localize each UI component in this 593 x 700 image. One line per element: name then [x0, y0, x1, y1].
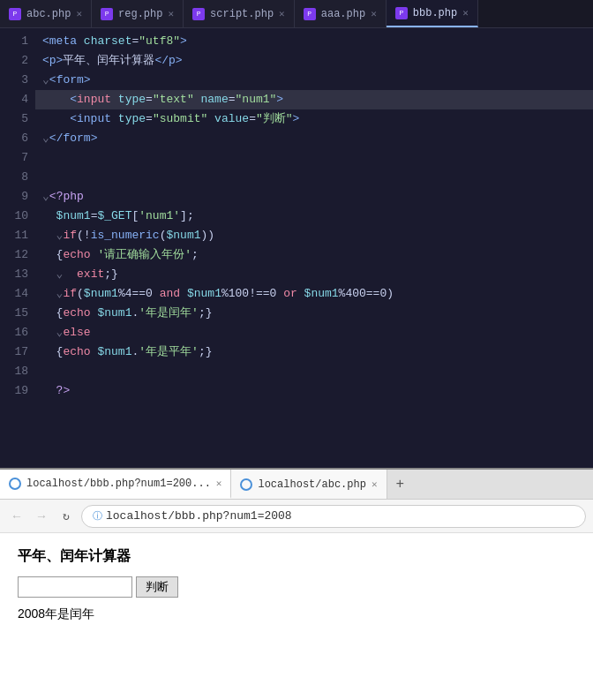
browser-tab-label-abc: localhost/abc.php: [258, 478, 365, 491]
tab-label-abc: abc.php: [26, 8, 71, 20]
tab-close-bbb[interactable]: ✕: [462, 7, 469, 19]
refresh-button[interactable]: ↻: [56, 507, 76, 526]
lock-icon: ⓘ: [93, 509, 102, 523]
browser-tab-close-abc[interactable]: ✕: [372, 478, 378, 490]
code-lines[interactable]: <meta charset="utf8"><p>平年、闰年计算器</p>⌄<fo…: [35, 28, 593, 468]
tab-aaa[interactable]: P aaa.php ✕: [295, 0, 387, 27]
back-button[interactable]: ←: [7, 507, 26, 526]
browser-tab-close-bbb[interactable]: ✕: [216, 478, 222, 489]
tab-icon-reg: P: [101, 8, 113, 20]
forward-button[interactable]: →: [32, 507, 51, 526]
tab-close-abc[interactable]: ✕: [76, 8, 82, 19]
tab-close-script[interactable]: ✕: [279, 8, 285, 19]
page-title: 平年、闰年计算器: [18, 547, 575, 566]
tab-abc[interactable]: P abc.php ✕: [0, 0, 92, 27]
submit-button[interactable]: 判断: [136, 576, 178, 598]
browser-container: localhost/bbb.php?num1=200... ✕ localhos…: [0, 468, 593, 700]
form-row: 判断: [18, 576, 575, 598]
tab-icon-bbb: P: [395, 7, 408, 19]
browser-tab-bar: localhost/bbb.php?num1=200... ✕ localhos…: [0, 470, 593, 500]
tab-script[interactable]: P script.php ✕: [184, 0, 295, 27]
browser-tab-label-bbb: localhost/bbb.php?num1=200...: [26, 478, 211, 490]
tab-label-bbb: bbb.php: [413, 7, 457, 19]
tab-reg[interactable]: P reg.php ✕: [92, 0, 184, 27]
url-bar[interactable]: ⓘ localhost/bbb.php?num1=2008: [81, 505, 586, 528]
url-text: localhost/bbb.php?num1=2008: [106, 509, 292, 523]
tab-label-script: script.php: [210, 8, 274, 20]
globe-icon-abc: [240, 478, 252, 491]
browser-content: 平年、闰年计算器 判断 2008年是闰年: [0, 533, 593, 700]
tab-label-reg: reg.php: [118, 8, 162, 20]
tab-close-aaa[interactable]: ✕: [371, 8, 377, 19]
address-bar: ← → ↻ ⓘ localhost/bbb.php?num1=2008: [0, 500, 593, 533]
new-tab-button[interactable]: +: [387, 470, 414, 499]
num1-input[interactable]: [18, 576, 132, 598]
editor-container: P abc.php ✕ P reg.php ✕ P script.php ✕ P…: [0, 0, 593, 468]
code-area: 12345678910111213141516171819 <meta char…: [0, 28, 593, 468]
line-numbers: 12345678910111213141516171819: [0, 28, 35, 468]
tab-icon-script: P: [192, 8, 205, 20]
tab-bbb[interactable]: P bbb.php ✕: [387, 0, 478, 27]
tab-icon-abc: P: [9, 8, 21, 20]
browser-tab-abc[interactable]: localhost/abc.php ✕: [231, 470, 387, 499]
browser-tab-bbb[interactable]: localhost/bbb.php?num1=200... ✕: [0, 470, 231, 499]
result-text: 2008年是闰年: [18, 606, 575, 622]
tab-close-reg[interactable]: ✕: [168, 8, 174, 19]
tab-label-aaa: aaa.php: [321, 8, 365, 20]
globe-icon-bbb: [9, 478, 21, 490]
tab-icon-aaa: P: [304, 8, 316, 20]
editor-tab-bar: P abc.php ✕ P reg.php ✕ P script.php ✕ P…: [0, 0, 593, 28]
